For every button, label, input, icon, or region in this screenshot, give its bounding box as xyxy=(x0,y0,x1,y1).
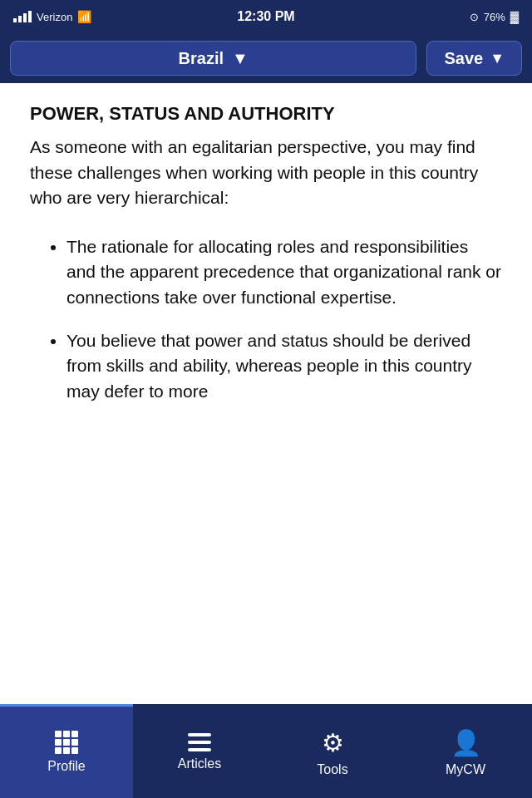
articles-hamburger-icon xyxy=(188,733,211,751)
tab-mycw[interactable]: 👤 MyCW xyxy=(399,704,532,798)
tab-mycw-label: MyCW xyxy=(446,762,485,777)
tab-bar: Profile Articles ⚙ Tools 👤 MyCW xyxy=(0,704,532,798)
tab-profile-label: Profile xyxy=(47,759,85,774)
list-item: You believe that power and status should… xyxy=(66,328,502,404)
country-selector-button[interactable]: Brazil ▼ xyxy=(10,41,416,76)
country-name-label: Brazil xyxy=(179,49,224,68)
clock-icon: ⊙ xyxy=(470,11,479,23)
save-button[interactable]: Save ▼ xyxy=(426,41,522,76)
signal-bars xyxy=(13,11,32,22)
nav-bar: Brazil ▼ Save ▼ xyxy=(0,33,532,83)
tab-tools-label: Tools xyxy=(317,762,347,777)
country-chevron-icon: ▼ xyxy=(232,49,249,68)
mycw-person-icon: 👤 xyxy=(451,728,481,757)
tab-articles[interactable]: Articles xyxy=(133,704,266,798)
save-label: Save xyxy=(444,49,483,68)
wifi-icon: 📶 xyxy=(77,10,91,23)
tab-tools[interactable]: ⚙ Tools xyxy=(266,704,399,798)
list-item: The rationale for allocating roles and r… xyxy=(66,234,502,310)
battery-icon: ▓ xyxy=(510,10,519,23)
content-area: POWER, STATUS AND AUTHORITY As someone w… xyxy=(0,83,532,704)
save-arrow-icon: ▼ xyxy=(490,50,505,67)
battery-label: 76% xyxy=(484,11,505,23)
status-time: 12:30 PM xyxy=(237,9,294,24)
status-left: Verizon 📶 xyxy=(13,10,91,23)
status-right: ⊙ 76% ▓ xyxy=(470,10,519,23)
bullet-list: The rationale for allocating roles and r… xyxy=(30,234,502,405)
profile-grid-icon xyxy=(55,731,78,754)
carrier-label: Verizon xyxy=(37,11,72,23)
status-bar: Verizon 📶 12:30 PM ⊙ 76% ▓ xyxy=(0,0,532,33)
section-title: POWER, STATUS AND AUTHORITY xyxy=(30,103,502,125)
tab-articles-label: Articles xyxy=(178,756,221,771)
tools-gear-icon: ⚙ xyxy=(322,728,344,757)
tab-profile[interactable]: Profile xyxy=(0,704,133,798)
section-body: As someone with an egalitarian perspecti… xyxy=(30,135,502,210)
